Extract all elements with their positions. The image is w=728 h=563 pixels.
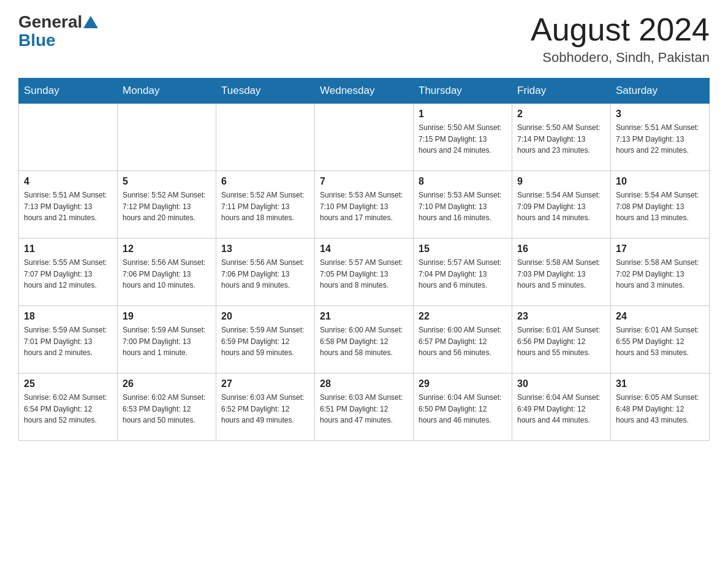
day-number: 5 xyxy=(123,176,211,187)
calendar-cell: 21Sunrise: 6:00 AM Sunset: 6:58 PM Dayli… xyxy=(315,306,414,373)
day-number: 24 xyxy=(616,311,704,322)
calendar-cell: 17Sunrise: 5:58 AM Sunset: 7:02 PM Dayli… xyxy=(611,239,710,306)
calendar-cell xyxy=(216,104,315,171)
calendar-cell xyxy=(118,104,216,171)
day-info: Sunrise: 5:57 AM Sunset: 7:04 PM Dayligh… xyxy=(419,257,507,291)
calendar-table: SundayMondayTuesdayWednesdayThursdayFrid… xyxy=(18,78,710,441)
day-info: Sunrise: 6:04 AM Sunset: 6:50 PM Dayligh… xyxy=(419,392,507,426)
day-number: 29 xyxy=(419,378,507,389)
calendar-cell: 20Sunrise: 5:59 AM Sunset: 6:59 PM Dayli… xyxy=(216,306,315,373)
logo-blue-text: Blue xyxy=(18,31,56,50)
calendar-cell: 4Sunrise: 5:51 AM Sunset: 7:13 PM Daylig… xyxy=(19,171,118,239)
day-info: Sunrise: 5:59 AM Sunset: 7:01 PM Dayligh… xyxy=(24,324,112,359)
day-info: Sunrise: 6:00 AM Sunset: 6:58 PM Dayligh… xyxy=(320,324,408,359)
day-info: Sunrise: 5:54 AM Sunset: 7:09 PM Dayligh… xyxy=(517,190,605,224)
day-info: Sunrise: 5:52 AM Sunset: 7:12 PM Dayligh… xyxy=(123,190,211,224)
day-info: Sunrise: 5:51 AM Sunset: 7:13 PM Dayligh… xyxy=(616,122,704,156)
day-info: Sunrise: 5:55 AM Sunset: 7:07 PM Dayligh… xyxy=(24,257,112,291)
day-info: Sunrise: 5:51 AM Sunset: 7:13 PM Dayligh… xyxy=(24,190,112,224)
day-info: Sunrise: 5:58 AM Sunset: 7:02 PM Dayligh… xyxy=(616,257,704,291)
day-info: Sunrise: 6:01 AM Sunset: 6:56 PM Dayligh… xyxy=(517,324,605,359)
calendar-cell: 3Sunrise: 5:51 AM Sunset: 7:13 PM Daylig… xyxy=(611,104,710,171)
day-number: 8 xyxy=(419,176,507,187)
calendar-cell: 11Sunrise: 5:55 AM Sunset: 7:07 PM Dayli… xyxy=(19,239,118,306)
title-block: August 2024 Sobhodero, Sindh, Pakistan xyxy=(531,12,710,66)
day-number: 20 xyxy=(221,311,309,322)
location-text: Sobhodero, Sindh, Pakistan xyxy=(531,50,710,66)
logo: General Blue xyxy=(18,12,99,50)
day-number: 30 xyxy=(517,378,605,389)
day-number: 3 xyxy=(616,109,704,120)
day-number: 25 xyxy=(24,378,112,389)
day-number: 14 xyxy=(320,243,408,255)
day-number: 12 xyxy=(123,243,211,255)
day-number: 28 xyxy=(320,378,408,389)
calendar-cell: 31Sunrise: 6:05 AM Sunset: 6:48 PM Dayli… xyxy=(611,373,710,441)
calendar-cell: 14Sunrise: 5:57 AM Sunset: 7:05 PM Dayli… xyxy=(315,239,414,306)
calendar-cell: 7Sunrise: 5:53 AM Sunset: 7:10 PM Daylig… xyxy=(315,171,414,239)
calendar-week-row: 1Sunrise: 5:50 AM Sunset: 7:15 PM Daylig… xyxy=(19,104,710,171)
calendar-cell: 12Sunrise: 5:56 AM Sunset: 7:06 PM Dayli… xyxy=(118,239,216,306)
calendar-cell: 24Sunrise: 6:01 AM Sunset: 6:55 PM Dayli… xyxy=(611,306,710,373)
day-number: 22 xyxy=(419,311,507,322)
day-info: Sunrise: 6:03 AM Sunset: 6:51 PM Dayligh… xyxy=(320,392,408,426)
day-number: 11 xyxy=(24,243,112,255)
calendar-cell: 2Sunrise: 5:50 AM Sunset: 7:14 PM Daylig… xyxy=(512,104,611,171)
day-of-week-header: Saturday xyxy=(611,79,710,104)
day-info: Sunrise: 5:50 AM Sunset: 7:15 PM Dayligh… xyxy=(419,122,507,156)
day-number: 4 xyxy=(24,176,112,187)
day-info: Sunrise: 5:59 AM Sunset: 6:59 PM Dayligh… xyxy=(221,324,309,359)
calendar-cell: 15Sunrise: 5:57 AM Sunset: 7:04 PM Dayli… xyxy=(414,239,512,306)
day-number: 2 xyxy=(517,109,605,120)
day-info: Sunrise: 5:56 AM Sunset: 7:06 PM Dayligh… xyxy=(221,257,309,291)
day-number: 19 xyxy=(123,311,211,322)
logo-general-text: General xyxy=(18,12,82,32)
day-number: 15 xyxy=(419,243,507,255)
month-title: August 2024 xyxy=(531,12,710,47)
day-info: Sunrise: 6:01 AM Sunset: 6:55 PM Dayligh… xyxy=(616,324,704,359)
day-number: 16 xyxy=(517,243,605,255)
calendar-cell: 8Sunrise: 5:53 AM Sunset: 7:10 PM Daylig… xyxy=(414,171,512,239)
day-info: Sunrise: 5:54 AM Sunset: 7:08 PM Dayligh… xyxy=(616,190,704,224)
day-number: 18 xyxy=(24,311,112,322)
calendar-week-row: 18Sunrise: 5:59 AM Sunset: 7:01 PM Dayli… xyxy=(19,306,710,373)
day-number: 6 xyxy=(221,176,309,187)
calendar-cell: 5Sunrise: 5:52 AM Sunset: 7:12 PM Daylig… xyxy=(118,171,216,239)
calendar-cell: 22Sunrise: 6:00 AM Sunset: 6:57 PM Dayli… xyxy=(414,306,512,373)
day-number: 1 xyxy=(419,109,507,120)
day-info: Sunrise: 6:02 AM Sunset: 6:54 PM Dayligh… xyxy=(24,392,112,426)
calendar-week-row: 4Sunrise: 5:51 AM Sunset: 7:13 PM Daylig… xyxy=(19,171,710,239)
day-number: 23 xyxy=(517,311,605,322)
day-info: Sunrise: 5:57 AM Sunset: 7:05 PM Dayligh… xyxy=(320,257,408,291)
day-number: 10 xyxy=(616,176,704,187)
calendar-cell: 27Sunrise: 6:03 AM Sunset: 6:52 PM Dayli… xyxy=(216,373,315,441)
day-info: Sunrise: 5:58 AM Sunset: 7:03 PM Dayligh… xyxy=(517,257,605,291)
day-number: 9 xyxy=(517,176,605,187)
day-info: Sunrise: 6:02 AM Sunset: 6:53 PM Dayligh… xyxy=(123,392,211,426)
calendar-cell xyxy=(315,104,414,171)
calendar-cell: 10Sunrise: 5:54 AM Sunset: 7:08 PM Dayli… xyxy=(611,171,710,239)
day-number: 13 xyxy=(221,243,309,255)
day-of-week-header: Sunday xyxy=(19,79,118,104)
calendar-cell: 28Sunrise: 6:03 AM Sunset: 6:51 PM Dayli… xyxy=(315,373,414,441)
day-info: Sunrise: 5:56 AM Sunset: 7:06 PM Dayligh… xyxy=(123,257,211,291)
day-info: Sunrise: 6:03 AM Sunset: 6:52 PM Dayligh… xyxy=(221,392,309,426)
calendar-cell: 29Sunrise: 6:04 AM Sunset: 6:50 PM Dayli… xyxy=(414,373,512,441)
calendar-cell: 30Sunrise: 6:04 AM Sunset: 6:49 PM Dayli… xyxy=(512,373,611,441)
calendar-cell: 25Sunrise: 6:02 AM Sunset: 6:54 PM Dayli… xyxy=(19,373,118,441)
calendar-cell: 6Sunrise: 5:52 AM Sunset: 7:11 PM Daylig… xyxy=(216,171,315,239)
day-info: Sunrise: 5:53 AM Sunset: 7:10 PM Dayligh… xyxy=(419,190,507,224)
day-of-week-header: Monday xyxy=(118,79,216,104)
calendar-cell: 1Sunrise: 5:50 AM Sunset: 7:15 PM Daylig… xyxy=(414,104,512,171)
calendar-cell: 18Sunrise: 5:59 AM Sunset: 7:01 PM Dayli… xyxy=(19,306,118,373)
day-info: Sunrise: 6:00 AM Sunset: 6:57 PM Dayligh… xyxy=(419,324,507,359)
day-info: Sunrise: 5:59 AM Sunset: 7:00 PM Dayligh… xyxy=(123,324,211,359)
day-of-week-header: Thursday xyxy=(414,79,512,104)
day-info: Sunrise: 5:53 AM Sunset: 7:10 PM Dayligh… xyxy=(320,190,408,224)
calendar-week-row: 11Sunrise: 5:55 AM Sunset: 7:07 PM Dayli… xyxy=(19,239,710,306)
logo-icon xyxy=(82,15,99,32)
day-info: Sunrise: 6:05 AM Sunset: 6:48 PM Dayligh… xyxy=(616,392,704,426)
day-number: 21 xyxy=(320,311,408,322)
calendar-cell: 19Sunrise: 5:59 AM Sunset: 7:00 PM Dayli… xyxy=(118,306,216,373)
day-of-week-header: Tuesday xyxy=(216,79,315,104)
